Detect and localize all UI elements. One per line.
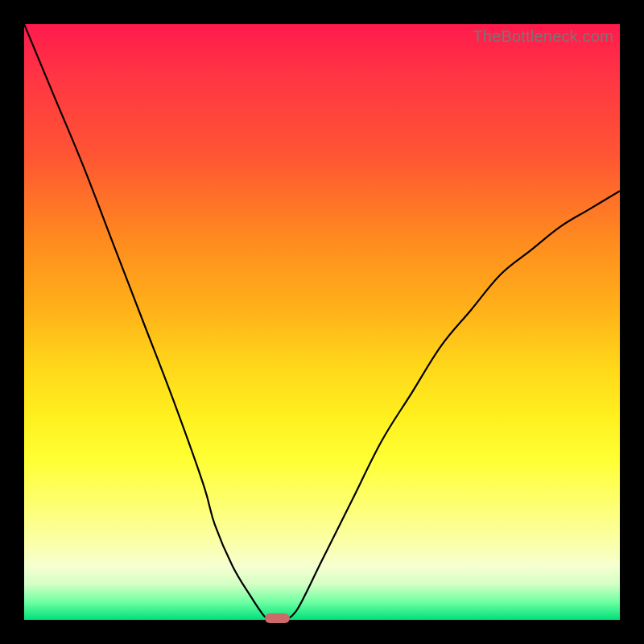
chart-frame: TheBottleneck.com [0,0,644,644]
left-curve [24,24,268,620]
right-curve [287,191,620,620]
curve-layer [24,24,620,620]
bottleneck-marker [265,613,289,623]
plot-area: TheBottleneck.com [24,24,620,620]
